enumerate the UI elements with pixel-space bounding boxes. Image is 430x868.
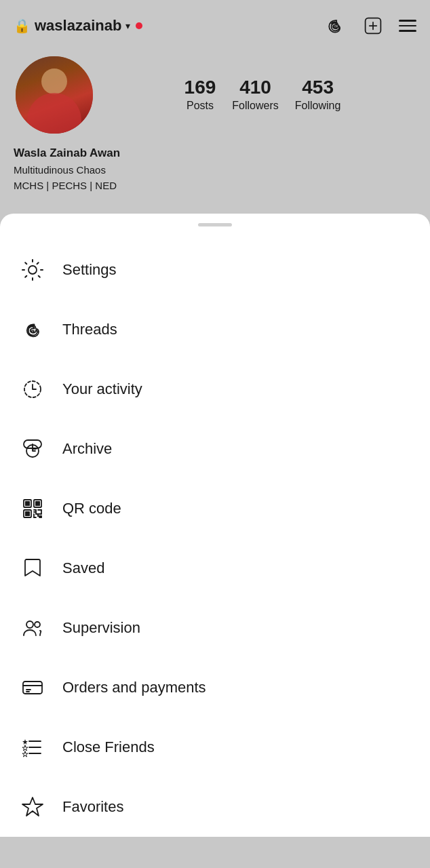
menu-item-qr-code[interactable]: QR code xyxy=(7,479,423,538)
stats-section: 169 Posts 410 Followers 453 Following xyxy=(109,78,416,112)
username-text: waslazainab xyxy=(35,17,121,35)
hamburger-menu-button[interactable] xyxy=(399,20,416,32)
stat-following[interactable]: 453 Following xyxy=(295,78,341,112)
menu-item-threads[interactable]: Threads xyxy=(7,300,423,359)
svg-marker-36 xyxy=(22,797,43,816)
dropdown-arrow-icon[interactable]: ▾ xyxy=(125,20,130,31)
settings-label: Settings xyxy=(62,261,117,279)
bottom-sheet: Settings Threads Your activity xyxy=(0,214,430,837)
your-activity-label: Your activity xyxy=(62,380,142,398)
menu-item-orders-payments[interactable]: Orders and payments xyxy=(7,658,423,717)
saved-label: Saved xyxy=(62,559,104,577)
profile-bio: Wasla Zainab Awan Multitudinous Chaos MC… xyxy=(14,146,416,193)
followers-count: 410 xyxy=(239,78,271,97)
following-label: Following xyxy=(295,100,341,112)
avatar[interactable] xyxy=(14,54,95,136)
menu-item-favorites[interactable]: Favorites xyxy=(7,777,423,837)
close-friends-label: Close Friends xyxy=(62,738,155,756)
threads-icon-button[interactable] xyxy=(323,14,347,38)
threads-label: Threads xyxy=(62,321,117,338)
menu-item-saved[interactable]: Saved xyxy=(7,538,423,598)
menu-item-close-friends[interactable]: Close Friends xyxy=(7,717,423,777)
new-post-icon-button[interactable] xyxy=(361,14,385,38)
profile-header: 🔒 waslazainab ▾ xyxy=(0,0,430,214)
your-activity-icon xyxy=(18,374,47,404)
svg-marker-33 xyxy=(22,739,28,745)
profile-bio-line2: MCHS | PECHS | NED xyxy=(14,178,416,194)
svg-marker-35 xyxy=(22,751,28,757)
svg-point-24 xyxy=(26,621,33,628)
svg-point-3 xyxy=(28,266,37,274)
posts-label: Posts xyxy=(187,100,214,112)
profile-bio-line1: Multitudinous Chaos xyxy=(14,163,416,178)
menu-item-settings[interactable]: Settings xyxy=(7,240,423,300)
followers-label: Followers xyxy=(232,100,278,112)
settings-icon xyxy=(18,255,47,285)
archive-label: Archive xyxy=(62,440,112,458)
qr-code-label: QR code xyxy=(62,500,121,517)
saved-icon xyxy=(18,553,47,583)
svg-rect-7 xyxy=(25,501,30,506)
threads-menu-icon xyxy=(18,315,47,344)
lock-icon: 🔒 xyxy=(14,18,31,34)
favorites-label: Favorites xyxy=(62,798,123,816)
svg-marker-34 xyxy=(22,745,28,751)
following-count: 453 xyxy=(302,78,334,97)
menu-item-supervision[interactable]: Supervision xyxy=(7,598,423,658)
svg-rect-9 xyxy=(35,501,40,506)
profile-info: 169 Posts 410 Followers 453 Following xyxy=(14,54,416,136)
top-bar: 🔒 waslazainab ▾ xyxy=(14,14,416,38)
orders-payments-icon xyxy=(18,673,47,703)
qr-code-icon xyxy=(18,494,47,524)
svg-point-25 xyxy=(35,622,40,627)
supervision-icon xyxy=(18,613,47,643)
stat-posts[interactable]: 169 Posts xyxy=(184,78,216,112)
notification-dot xyxy=(136,22,142,29)
svg-rect-11 xyxy=(25,511,30,516)
drag-handle[interactable] xyxy=(198,223,232,226)
orders-payments-label: Orders and payments xyxy=(62,679,206,696)
menu-item-archive[interactable]: Archive xyxy=(7,419,423,479)
posts-count: 169 xyxy=(184,78,216,97)
menu-list: Settings Threads Your activity xyxy=(0,240,430,837)
username-section[interactable]: 🔒 waslazainab ▾ xyxy=(14,17,142,35)
top-icons xyxy=(323,14,416,38)
stat-followers[interactable]: 410 Followers xyxy=(232,78,278,112)
archive-icon xyxy=(18,434,47,464)
menu-item-your-activity[interactable]: Your activity xyxy=(7,359,423,419)
profile-name: Wasla Zainab Awan xyxy=(14,146,416,160)
favorites-icon xyxy=(18,792,47,822)
close-friends-icon xyxy=(18,732,47,762)
supervision-label: Supervision xyxy=(62,619,140,637)
